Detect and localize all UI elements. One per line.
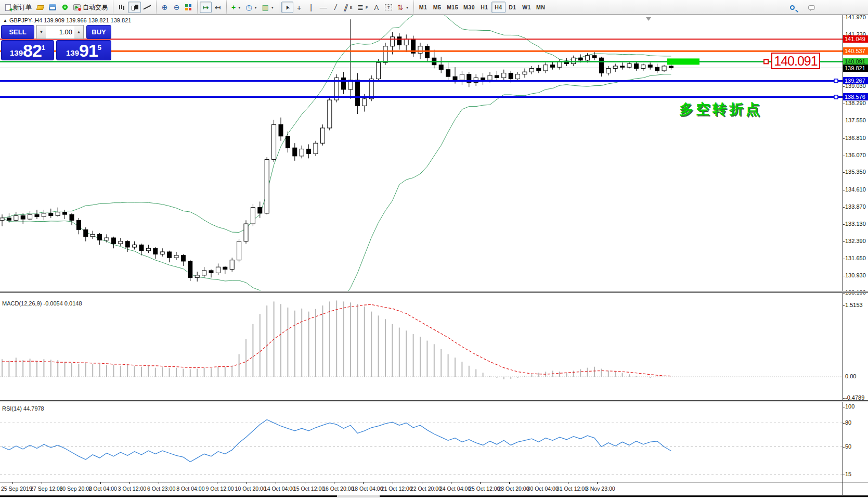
sell-price-sup: 1 [42,44,45,52]
text-label-button[interactable]: T [382,2,395,13]
fibonacci-button[interactable]: ≣F [355,2,370,13]
zoom-out-button[interactable]: ⊖ [171,2,183,13]
vertical-line-icon: | [310,4,312,11]
timeframe-button-h4[interactable]: H4 [491,2,506,13]
volume-up-button[interactable]: ▲ [74,25,83,39]
toolbar-group-zoom: ⊕ ⊖ [156,1,197,14]
vertical-line-button[interactable]: | [305,2,317,13]
indicators-button[interactable]: +▾ [229,2,243,13]
macd-label: MACD(12,26,9) -0.0054 0.0148 [2,300,82,307]
dropdown-arrow-icon: ▾ [254,5,256,10]
price-badge: 138.576 [843,93,868,100]
macd-axis-label: 1.5153 [845,302,863,308]
rsi-line [2,419,671,462]
volume-down-button[interactable]: ▼ [37,25,46,39]
candlestick-icon [131,4,138,11]
timeframe-button-d1[interactable]: D1 [506,2,520,13]
arrows-button[interactable]: ⇄▾ [395,2,411,13]
editor-icon [36,5,44,10]
dropdown-arrow-icon: ▾ [238,5,240,10]
date-label: 8 Oct 04:00 [176,486,204,492]
text-tool-button[interactable]: A [370,2,382,13]
price-callout-box[interactable]: 140.091 [771,53,820,69]
timeframe-button-mn[interactable]: MN [534,2,548,13]
callout-anchor[interactable] [764,59,768,63]
market-button[interactable] [46,2,59,13]
highlight-segment[interactable] [667,58,699,65]
pane-splitter[interactable] [0,291,868,293]
tile-windows-button[interactable] [183,2,195,13]
fibonacci-icon: ≣ [357,4,364,11]
chart-shift-button[interactable]: ↤ [212,2,224,13]
date-label: 25 Oct 12:00 [469,486,500,492]
rsi-axis-label: 80 [845,419,851,426]
channel-button[interactable]: ∥E [342,2,355,13]
auto-scroll-button[interactable]: ↦ [200,2,212,13]
new-order-button[interactable]: 新订单 [3,2,34,13]
rsi-axis-label: 100 [845,403,854,410]
signals-button[interactable] [59,2,71,13]
toolbar-group-insert: +▾ ◷▾ ▥▾ [226,1,278,14]
line-chart-button[interactable] [141,2,153,13]
chart-shift-marker[interactable] [646,17,651,21]
periods-button[interactable]: ◷▾ [243,2,259,13]
price-tick: 137.550 [845,117,866,123]
bottom-edge-gap [337,495,380,497]
zoom-in-button[interactable]: ⊕ [159,2,171,13]
search-button[interactable] [786,2,798,13]
clock-icon: ◷ [245,4,252,11]
pane-splitter[interactable] [0,400,868,402]
tile-windows-icon [185,4,192,11]
cursor-icon: ➤ [283,4,291,11]
line-anchor-handle[interactable] [834,95,838,99]
date-label: 9 Oct 12:00 [205,486,234,492]
auto-trading-icon [73,4,81,10]
sell-button[interactable]: SELL [1,25,34,39]
price-tick: 133.870 [845,203,866,210]
sell-price-panel[interactable]: 139 82 1 [1,40,54,60]
date-tick [247,482,247,484]
metaeditor-button[interactable] [34,2,46,13]
timeframe-button-m5[interactable]: M5 [430,2,444,13]
rsi-label: RSI(14) 44.7978 [2,405,44,412]
line-anchor-handle[interactable] [834,79,838,83]
timeframe-button-m30[interactable]: M30 [461,2,477,13]
buy-price-panel[interactable]: 139 91 5 [56,40,111,60]
trendline-button[interactable]: / [330,2,342,13]
date-label: 25 Sep 2019 [1,486,32,492]
date-label: 21 Oct 12:00 [381,486,412,492]
dropdown-arrow-icon: ▾ [406,5,408,10]
templates-button[interactable]: ▥▾ [259,2,276,13]
chart-shift-icon: ↤ [215,4,221,11]
date-label: 30 Sep 20:00 [59,486,92,492]
timeframe-button-h1[interactable]: H1 [477,2,491,13]
date-label: 18 Oct 04:00 [352,486,383,492]
price-badge: 139.821 [843,65,868,72]
date-label: 6 Oct 23:00 [147,486,175,492]
cursor-button[interactable]: ➤ [281,2,293,13]
one-click-trading-panel: SELL ▼ ▲ BUY 139 82 1 139 91 5 [1,25,111,60]
auto-trading-button[interactable]: 自动交易 [71,2,110,13]
price-badge: 139.267 [843,77,868,84]
buy-button[interactable]: BUY [86,25,111,39]
macd-axis-label: 0.00 [845,373,856,379]
date-axis[interactable]: 25 Sep 201927 Sep 12:0030 Sep 20:002 Oct… [0,482,868,495]
macd-pane[interactable] [0,293,843,401]
main-chart[interactable] [0,15,843,293]
timeframe-button-m1[interactable]: M1 [416,2,430,13]
rsi-pane[interactable] [0,402,843,482]
bar-chart-button[interactable] [115,2,128,13]
new-order-icon [5,4,11,11]
timeframe-button-m15[interactable]: M15 [444,2,461,13]
pivot-annotation[interactable]: 多空转折点 [679,100,762,119]
price-tick: 135.350 [845,169,866,175]
price-tick: 136.810 [845,135,866,141]
timeframe-button-w1[interactable]: W1 [520,2,534,13]
chat-button[interactable] [806,2,818,13]
date-tick [363,482,364,484]
horizontal-line-button[interactable]: — [317,2,330,13]
candlestick-chart-button[interactable] [128,2,141,13]
crosshair-button[interactable]: + [293,2,305,13]
date-label: 22 Oct 20:00 [410,486,442,492]
volume-input[interactable] [46,25,74,39]
